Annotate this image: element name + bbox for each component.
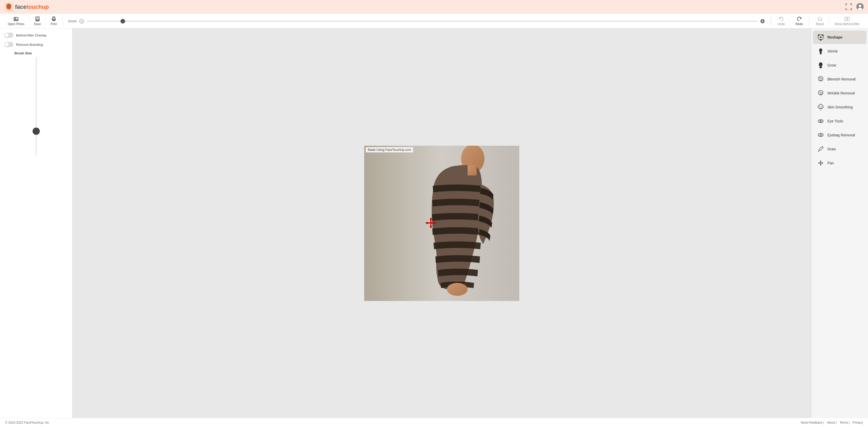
eye-tools-icon <box>817 117 824 125</box>
watermark: Made Using FaceTouchUp.com <box>366 147 413 152</box>
logo: facetouchup <box>4 2 49 12</box>
remove-branding-toggle[interactable] <box>4 42 13 47</box>
svg-point-54 <box>820 134 822 136</box>
svg-rect-26 <box>468 165 477 175</box>
undo-button[interactable]: Undo <box>772 15 790 27</box>
skin-smoothing-label: Skin Smoothing <box>828 105 853 109</box>
header-right <box>845 3 864 11</box>
brush-track <box>36 57 36 155</box>
svg-point-7 <box>858 8 862 10</box>
eyebag-removal-label: Eyebag Removal <box>828 133 855 137</box>
canvas-area[interactable]: Made Using FaceTouchUp.com <box>72 28 811 418</box>
svg-point-45 <box>821 78 822 79</box>
remove-branding-row: Remove Branding <box>4 42 68 47</box>
left-panel: Before/After Overlay Remove Branding Bru… <box>0 28 72 418</box>
header: facetouchup <box>0 0 868 14</box>
svg-point-41 <box>819 62 823 66</box>
grow-icon <box>817 62 824 69</box>
pan-label: Pan <box>828 161 834 165</box>
copyright: © 2010-2022 FaceTouchUp, Inc. <box>5 421 50 424</box>
toolbar: Open Photo Save Print Zoom <box>0 14 868 28</box>
svg-point-46 <box>818 90 823 95</box>
svg-point-39 <box>819 48 822 52</box>
main-area: Before/After Overlay Remove Branding Bru… <box>0 28 868 418</box>
svg-point-4 <box>9 5 10 6</box>
footer-links: Send Feedback | About | Terms | Privacy <box>799 421 863 424</box>
svg-point-38 <box>820 39 822 40</box>
svg-point-37 <box>818 34 819 36</box>
brush-size-label: Brush Size <box>14 51 32 55</box>
svg-point-25 <box>447 283 468 296</box>
svg-point-42 <box>819 66 822 68</box>
zoom-out-button[interactable] <box>79 18 85 24</box>
before-after-overlay-label: Before/After Overlay <box>16 33 46 37</box>
before-after-overlay-row: Before/After Overlay <box>4 33 68 38</box>
photo-svg <box>364 146 519 301</box>
before-after-overlay-toggle[interactable] <box>4 33 13 38</box>
tool-eye-tools[interactable]: Eye Tools <box>813 114 866 128</box>
svg-rect-12 <box>36 19 38 21</box>
logo-text: facetouchup <box>15 4 49 10</box>
image-container: Made Using FaceTouchUp.com <box>364 146 519 301</box>
draw-label: Draw <box>828 147 836 151</box>
svg-point-36 <box>822 34 824 36</box>
send-feedback-link[interactable]: Send Feedback <box>801 421 822 424</box>
tool-pan[interactable]: Pan <box>813 156 866 170</box>
reset-button[interactable]: Reset <box>811 15 829 27</box>
wrinkle-removal-icon <box>817 89 824 97</box>
shrink-icon <box>817 48 824 55</box>
blemish-removal-label: Blemish Removal <box>828 77 856 81</box>
zoom-thumb[interactable] <box>120 19 125 24</box>
shrink-label: Shrink <box>828 49 838 53</box>
svg-point-52 <box>820 121 821 122</box>
tool-shrink[interactable]: Shrink <box>813 45 866 58</box>
open-photo-button[interactable]: Open Photo <box>3 15 29 27</box>
wrinkle-removal-label: Wrinkle Removal <box>828 91 855 95</box>
show-before-after-button[interactable]: Show Before/After <box>830 15 865 27</box>
draw-icon <box>817 145 824 153</box>
print-button[interactable]: Print <box>46 15 62 27</box>
zoom-area: Zoom <box>64 18 770 24</box>
save-button[interactable]: Save <box>29 15 46 27</box>
svg-point-44 <box>819 77 820 78</box>
zoom-in-button[interactable] <box>760 18 766 24</box>
tool-draw[interactable]: Draw <box>813 142 866 156</box>
pan-icon <box>817 160 824 167</box>
tool-reshape[interactable]: Reshape <box>813 31 866 44</box>
tool-eyebag-removal[interactable]: Eyebag Removal <box>813 129 866 142</box>
svg-rect-20 <box>845 17 847 21</box>
svg-rect-21 <box>847 17 849 21</box>
right-panel: Reshape Shrink Grow <box>811 28 868 418</box>
redo-button[interactable]: Redo <box>790 15 809 27</box>
blemish-removal-icon <box>817 76 824 83</box>
account-button[interactable] <box>856 3 864 11</box>
svg-point-49 <box>822 106 822 107</box>
logo-icon <box>4 2 13 12</box>
tool-wrinkle-removal[interactable]: Wrinkle Removal <box>813 86 866 100</box>
remove-branding-label: Remove Branding <box>16 43 43 47</box>
tool-blemish-removal[interactable]: Blemish Removal <box>813 73 866 86</box>
terms-link[interactable]: Terms <box>840 421 848 424</box>
toolbar-separator-3 <box>809 16 810 26</box>
footer: © 2010-2022 FaceTouchUp, Inc. Send Feedb… <box>0 418 868 427</box>
toolbar-separator-2 <box>771 16 771 26</box>
tool-skin-smoothing[interactable]: Skin Smoothing <box>813 101 866 114</box>
svg-point-48 <box>819 106 820 107</box>
privacy-link[interactable]: Privacy <box>853 421 863 424</box>
brush-size-thumb[interactable] <box>33 127 40 135</box>
svg-point-6 <box>859 5 861 7</box>
fullscreen-button[interactable] <box>845 3 852 11</box>
brush-size-section: Brush Size <box>4 51 68 155</box>
about-link[interactable]: About <box>827 421 835 424</box>
toolbar-right: Undo Redo Reset Show Before/Afte <box>772 15 865 27</box>
svg-point-9 <box>15 18 16 19</box>
zoom-slider[interactable] <box>87 21 757 22</box>
reshape-label: Reshape <box>828 35 842 39</box>
zoom-label: Zoom <box>68 19 76 23</box>
skin-smoothing-icon <box>817 104 824 111</box>
eyebag-removal-icon <box>817 132 824 139</box>
svg-rect-11 <box>36 17 38 18</box>
reshape-icon <box>817 34 824 41</box>
grow-label: Grow <box>828 63 836 67</box>
tool-grow[interactable]: Grow <box>813 58 866 72</box>
